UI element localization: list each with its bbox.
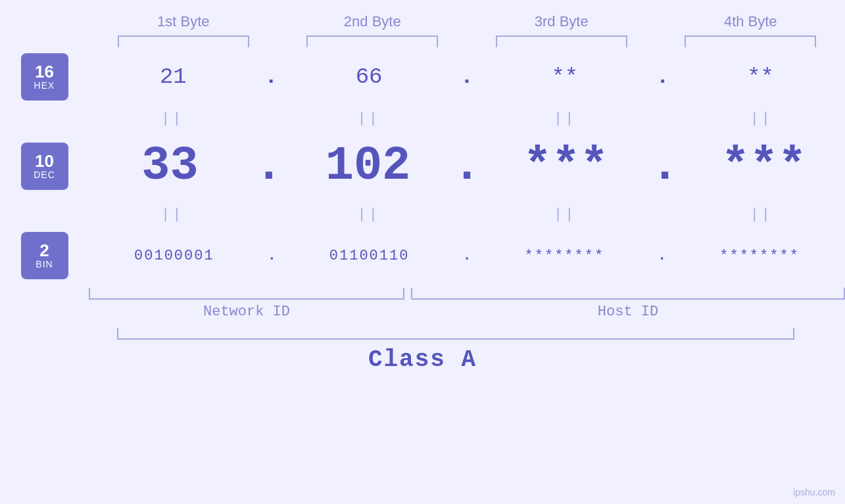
hex-base-num: 16 [35, 63, 54, 80]
bin-badge-col: 2 BIN [0, 232, 89, 279]
dec-dot3: . [650, 139, 679, 193]
bin-dot3: . [658, 248, 666, 264]
eq2-b3: || [486, 206, 644, 223]
bracket-2 [306, 35, 438, 47]
host-bracket [411, 288, 845, 300]
dec-base-num: 10 [35, 152, 54, 170]
bracket-4 [685, 35, 816, 47]
bin-row: 2 BIN 00100001 . 01100110 . ******** . *… [0, 226, 845, 285]
eq1-b4: || [683, 110, 840, 127]
top-brackets [89, 35, 845, 47]
byte-headers: 1st Byte 2nd Byte 3rd Byte 4th Byte [89, 13, 845, 30]
equals-row-1: || || || || [0, 106, 845, 130]
bin-base-num: 2 [39, 242, 49, 259]
bin-byte4: ******** [681, 248, 838, 264]
hex-dot1: . [264, 64, 278, 89]
dec-badge: 10 DEC [21, 143, 68, 190]
hex-row: 16 HEX 21 . 66 . ** . ** [0, 47, 845, 106]
hex-dot2: . [460, 64, 473, 89]
hex-byte2: 66 [290, 64, 448, 89]
hex-values: 21 . 66 . ** . ** [89, 47, 845, 106]
eq1-b3: || [486, 110, 644, 127]
bracket-3 [496, 35, 627, 47]
hex-badge: 16 HEX [21, 53, 68, 101]
equals-row-2: || || || || [0, 202, 845, 226]
bin-badge: 2 BIN [21, 232, 68, 279]
bracket-1 [118, 35, 249, 47]
dec-badge-col: 10 DEC [0, 143, 89, 190]
network-id-label: Network ID [89, 304, 404, 320]
bin-base-label: BIN [36, 259, 53, 269]
bin-byte2: 01100110 [291, 248, 448, 264]
byte-4-label: 4th Byte [671, 13, 829, 30]
eq2-b1: || [93, 206, 251, 223]
class-label: Class A [0, 346, 845, 373]
hex-badge-col: 16 HEX [0, 53, 89, 101]
dec-dot1: . [254, 139, 283, 193]
dec-byte3: *** [487, 139, 645, 193]
bin-dot2: . [462, 248, 471, 264]
eq1-b1: || [93, 110, 251, 127]
bin-values: 00100001 . 01100110 . ******** . *******… [89, 226, 845, 285]
dec-base-label: DEC [34, 170, 55, 180]
dec-dot2: . [452, 139, 481, 193]
bottom-brackets [89, 288, 845, 300]
bin-byte1: 00100001 [95, 248, 253, 264]
bottom-labels: Network ID Host ID [89, 304, 845, 320]
network-bracket [89, 288, 404, 300]
host-id-label: Host ID [411, 304, 845, 320]
dec-values: 33 . 102 . *** . *** [89, 130, 845, 202]
dec-row: 10 DEC 33 . 102 . *** . *** [0, 130, 845, 202]
eq2-b4: || [683, 206, 840, 223]
main-container: 1st Byte 2nd Byte 3rd Byte 4th Byte 16 H… [0, 0, 845, 504]
bottom-section: Network ID Host ID [0, 288, 845, 320]
dec-byte4: *** [685, 139, 843, 193]
dec-byte1: 33 [91, 139, 249, 193]
eq1-b2: || [290, 110, 448, 127]
hex-byte1: 21 [94, 64, 252, 89]
hex-byte3: ** [486, 64, 644, 89]
bin-dot1: . [268, 248, 276, 264]
big-bottom-bracket [117, 328, 794, 340]
byte-2-label: 2nd Byte [293, 13, 451, 30]
dec-byte2: 102 [289, 139, 447, 193]
hex-byte4: ** [682, 64, 840, 89]
watermark: ipshu.com [793, 487, 835, 497]
hex-base-label: HEX [34, 80, 55, 91]
byte-1-label: 1st Byte [105, 13, 262, 30]
hex-dot3: . [656, 64, 669, 89]
byte-3-label: 3rd Byte [483, 13, 640, 30]
bin-byte3: ******** [485, 248, 643, 264]
eq2-b2: || [290, 206, 448, 223]
